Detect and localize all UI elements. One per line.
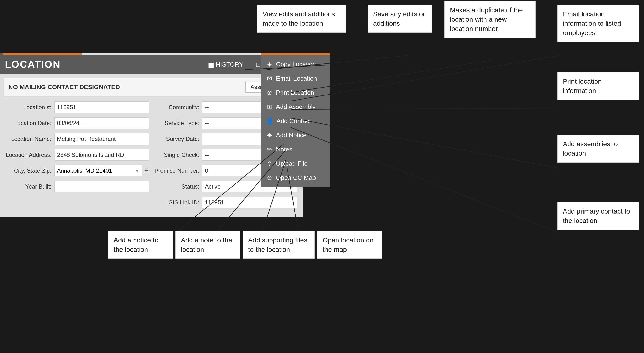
city-dropdown[interactable]: Annapolis, MD 21401 ▼ bbox=[54, 165, 142, 177]
add-notice-icon: ◈ bbox=[266, 132, 273, 139]
menu-item-assembly[interactable]: ⊞ Add Assembly bbox=[261, 100, 330, 114]
form-left-column: Location #: Location Date: Location Name… bbox=[3, 102, 151, 213]
location-date-input[interactable] bbox=[54, 117, 149, 129]
location-name-label: Location Name: bbox=[6, 136, 52, 142]
upload-file-label: Upload File bbox=[276, 160, 308, 167]
year-built-row: Year Built: bbox=[6, 181, 149, 192]
city-dropdown-arrow: ▼ bbox=[135, 168, 140, 174]
community-value: -- bbox=[205, 104, 209, 111]
tooltip-history: View edits and additions made to the loc… bbox=[257, 5, 346, 33]
tooltip-email: Email location information to listed emp… bbox=[557, 5, 639, 42]
service-type-value: -- bbox=[205, 120, 209, 127]
location-name-input[interactable] bbox=[54, 133, 149, 145]
open-map-label: Open CC Map bbox=[276, 174, 316, 182]
location-number-row: Location #: bbox=[6, 102, 149, 113]
menu-item-map[interactable]: ⊙ Open CC Map bbox=[261, 171, 330, 185]
list-icon[interactable]: ☰ bbox=[144, 168, 149, 174]
tooltip-contact: Add primary contact to the location bbox=[557, 202, 639, 230]
tooltip-map: Open location on the map bbox=[317, 231, 382, 259]
collapse-panel-button[interactable]: ‹ bbox=[0, 53, 3, 72]
save-icon: ⊡ bbox=[255, 61, 261, 69]
tooltip-print: Print location information bbox=[557, 72, 639, 100]
city-input-wrapper: Annapolis, MD 21401 ▼ ☰ bbox=[54, 165, 149, 177]
gis-link-input[interactable] bbox=[202, 197, 297, 208]
service-type-label: Service Type: bbox=[154, 120, 199, 127]
tooltip-assembly: Add assemblies to location bbox=[557, 135, 639, 163]
upload-file-icon: ⇪ bbox=[266, 160, 273, 167]
svg-line-5 bbox=[291, 118, 560, 168]
status-value: Active bbox=[205, 183, 220, 190]
right-menu-panel: ⊕ Copy Location ✉ Email Location ⊜ Print… bbox=[261, 53, 330, 187]
notes-label: Notes bbox=[276, 146, 292, 153]
email-location-label: Email Location bbox=[276, 75, 317, 82]
survey-date-label: Survey Date: bbox=[154, 136, 199, 142]
svg-line-3 bbox=[291, 55, 560, 101]
tooltip-save: Save any edits or additions bbox=[368, 5, 432, 33]
svg-line-4 bbox=[291, 108, 560, 109]
notes-icon: ✏ bbox=[266, 146, 273, 153]
location-address-input[interactable] bbox=[54, 149, 149, 161]
menu-item-notice[interactable]: ◈ Add Notice bbox=[261, 128, 330, 142]
add-assembly-label: Add Assembly bbox=[276, 103, 316, 111]
tooltip-copy: Makes a duplicate of the location with a… bbox=[444, 1, 536, 38]
history-button[interactable]: ▣ HISTORY bbox=[206, 59, 246, 70]
single-check-value: -- bbox=[205, 152, 209, 158]
header-bar: LOCATION ▣ HISTORY ⊡ SAVE ☰ › bbox=[0, 55, 303, 74]
premise-number-label: Premise Number: bbox=[154, 167, 199, 174]
menu-item-copy[interactable]: ⊕ Copy Location bbox=[261, 57, 330, 71]
location-date-row: Location Date: bbox=[6, 117, 149, 129]
print-location-icon: ⊜ bbox=[266, 89, 273, 96]
print-location-label: Print Location bbox=[276, 89, 314, 96]
form-area: Location #: Location Date: Location Name… bbox=[0, 97, 303, 217]
city-state-zip-row: City, State Zip: Annapolis, MD 21401 ▼ ☰ bbox=[6, 165, 149, 177]
year-built-label: Year Built: bbox=[6, 183, 52, 190]
gis-link-row: GIS Link ID: bbox=[154, 197, 297, 208]
community-label: Community: bbox=[154, 104, 199, 111]
tooltip-notes: Add a note to the location bbox=[175, 231, 240, 259]
app-panel: LOCATION ▣ HISTORY ⊡ SAVE ☰ › NO MAILING… bbox=[0, 53, 303, 217]
location-name-row: Location Name: bbox=[6, 133, 149, 145]
year-built-input[interactable] bbox=[54, 181, 149, 192]
warning-text: NO MAILING CONTACT DESIGNATED bbox=[8, 84, 120, 91]
city-value: Annapolis, MD 21401 bbox=[57, 167, 112, 174]
add-contact-icon: 👤 bbox=[266, 117, 274, 125]
status-label: Status: bbox=[154, 183, 199, 190]
svg-line-6 bbox=[291, 127, 560, 233]
gis-link-label: GIS Link ID: bbox=[154, 199, 199, 206]
location-address-label: Location Address: bbox=[6, 152, 52, 158]
warning-bar: NO MAILING CONTACT DESIGNATED Assign Con… bbox=[3, 77, 299, 97]
history-icon: ▣ bbox=[208, 61, 214, 69]
open-map-icon: ⊙ bbox=[266, 174, 273, 182]
location-number-label: Location #: bbox=[6, 104, 52, 111]
tooltip-upload: Add supporting files to the location bbox=[242, 231, 315, 259]
add-notice-label: Add Notice bbox=[276, 132, 306, 139]
menu-item-notes[interactable]: ✏ Notes bbox=[261, 142, 330, 157]
tooltip-notice: Add a notice to the location bbox=[108, 231, 173, 259]
menu-item-email[interactable]: ✉ Email Location bbox=[261, 71, 330, 86]
menu-item-upload[interactable]: ⇪ Upload File bbox=[261, 157, 330, 171]
copy-location-label: Copy Location bbox=[276, 61, 316, 68]
add-assembly-icon: ⊞ bbox=[266, 103, 273, 111]
add-contact-label: Add Contact bbox=[276, 117, 311, 125]
single-check-label: Single Check: bbox=[154, 152, 199, 158]
city-state-zip-label: City, State Zip: bbox=[6, 167, 52, 174]
location-address-row: Location Address: bbox=[6, 149, 149, 161]
location-number-input[interactable] bbox=[54, 102, 149, 113]
copy-location-icon: ⊕ bbox=[266, 61, 273, 68]
page-title: LOCATION bbox=[5, 59, 60, 70]
email-location-icon: ✉ bbox=[266, 75, 273, 82]
location-date-label: Location Date: bbox=[6, 120, 52, 127]
menu-item-print[interactable]: ⊜ Print Location bbox=[261, 86, 330, 100]
menu-item-contact[interactable]: 👤 Add Contact bbox=[261, 114, 330, 128]
